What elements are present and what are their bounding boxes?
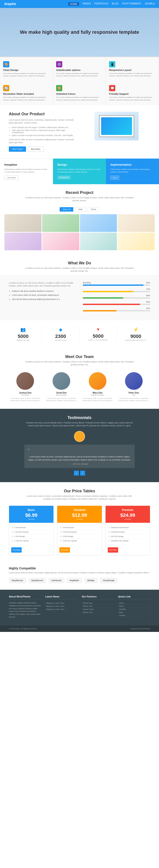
price-btn-standard[interactable]: Try Now xyxy=(59,547,70,553)
price-btn-premium[interactable]: Try Now xyxy=(108,547,118,553)
team-role-3: Graphic Designer xyxy=(81,394,114,396)
team-member-2: Scott Doe Web Designer Lorem ipsum dolor… xyxy=(45,372,78,402)
project-thumb-5[interactable] xyxy=(4,232,41,250)
footer-link-home[interactable]: Home xyxy=(118,602,150,605)
skill-2: 75% xyxy=(83,288,150,292)
price-amount-premium: $24.99 xyxy=(108,513,147,518)
nav-home[interactable]: HOME xyxy=(68,2,79,6)
project-grid xyxy=(0,214,159,255)
nav-links: HOME PAGES PORTFOLIO BLOG POST FORMATS J… xyxy=(68,2,155,6)
price-btn-basic[interactable]: Try Now xyxy=(11,547,22,553)
team-name-4: Peter Doe xyxy=(117,392,150,394)
footer-quicklinks-col: Quick Link Home About Portfolio Blog Con… xyxy=(118,595,150,620)
pricing-section: Our Price Tables Lorem ipsum dolor sit a… xyxy=(0,482,159,562)
view-project-button[interactable]: View Project xyxy=(9,147,26,152)
footer-news-item-2[interactable]: Aliquam eu nunc. Nunc xyxy=(45,605,77,608)
price-amount-standard: $12.99 xyxy=(60,513,99,518)
what-list-item-1: Dullcent velit ipsum porttitor facilisis… xyxy=(12,290,76,292)
testimonial-next-button[interactable]: › xyxy=(80,471,85,475)
try-it-button[interactable]: Try It xyxy=(110,176,119,180)
team-name-1: Joshua Doe xyxy=(9,392,42,394)
feature-3-text: Cum sociis natoque penatibus et magnis d… xyxy=(109,72,156,77)
price-name-standard: Standard xyxy=(60,508,99,512)
price-feature-prem-2: ✓Unlimited Domain xyxy=(108,530,147,534)
project-thumb-7[interactable] xyxy=(80,232,117,250)
learn-more-button[interactable]: Learn More xyxy=(4,176,18,180)
footer-partners-list: Partner One Partner Two Partner Three Pa… xyxy=(82,602,114,614)
compatible-text: Lorem ipsum dolor sit amet, consectetur … xyxy=(9,571,150,575)
price-feature-basic-1: ✓2 Disk Allowed xyxy=(12,525,51,530)
project-thumb-8[interactable] xyxy=(118,232,155,250)
hero-text-block: We make high quality and fully responsiv… xyxy=(20,29,139,35)
diamond-icon: ◆ xyxy=(42,327,79,332)
footer-partner-4[interactable]: Partner Four xyxy=(82,611,114,614)
stat-2: ◆ 2300 PRIZES WIN xyxy=(42,327,80,341)
footer-partner-2[interactable]: Partner Two xyxy=(82,605,114,608)
check-icon: ✓ xyxy=(108,531,110,533)
nav-logo[interactable]: Inspire xyxy=(4,2,16,6)
footer-link-portfolio[interactable]: Portfolio xyxy=(118,608,150,611)
check-icon: ✓ xyxy=(60,526,62,529)
project-thumb-1[interactable] xyxy=(4,214,41,232)
filter-web-button[interactable]: Web xyxy=(75,207,86,212)
testimonials-title: Testimonials xyxy=(9,415,150,420)
about-title: About Our Product xyxy=(9,112,76,116)
compat-logo-2: EasyRecruit xyxy=(29,578,46,583)
skill-4: 85% xyxy=(83,301,150,305)
nav-post-formats[interactable]: POST FORMATS xyxy=(122,2,141,6)
testimonial-box: " Lorem ipsum dolor sit amet, consectet … xyxy=(24,444,135,468)
footer-news-item-1[interactable]: Aliquam eu nunc. Nunc xyxy=(45,602,77,605)
skill-branding-fill xyxy=(83,284,144,286)
footer-bottom: © 2014 Inspire. All Rights Reserved. Des… xyxy=(0,625,159,632)
design-col: Design Pellentesque habitant morbi trist… xyxy=(53,159,106,184)
skill-5-pct: 50% xyxy=(146,307,150,309)
nav-joomla[interactable]: JOOMLA xyxy=(145,2,155,6)
about-list-item: Etiam ultricies nisi vel augue. Curabitu… xyxy=(12,126,76,128)
footer-link-contact[interactable]: Contact xyxy=(118,614,150,617)
footer-partner-3[interactable]: Partner Three xyxy=(82,608,114,611)
footer-partner-1[interactable]: Partner One xyxy=(82,602,114,605)
what-we-do-content: Curabitur at lacus ac velit ornare lobor… xyxy=(0,275,159,320)
footer-link-about[interactable]: About xyxy=(118,605,150,608)
filter-photo-button[interactable]: Photo xyxy=(88,207,100,212)
project-thumb-4[interactable] xyxy=(118,214,155,232)
feature-2-text: Cum sociis natoque penatibus et magnis d… xyxy=(56,72,103,77)
price-feature-std-2: ✓5 Domain Allowed xyxy=(60,530,99,534)
read-more-button[interactable]: Read More xyxy=(57,176,71,179)
buy-demo-button[interactable]: Buy Demo xyxy=(28,147,44,152)
compatible-title: Highly Compatible xyxy=(9,566,150,570)
footer-copyright: © 2014 Inspire. All Rights Reserved. xyxy=(9,628,37,630)
hero-title: We make high quality and fully responsiv… xyxy=(20,29,139,35)
what-we-do-inner: Curabitur at lacus ac velit ornare lobor… xyxy=(9,282,150,314)
project-thumb-6[interactable] xyxy=(42,232,79,250)
filter-all-button[interactable]: Show All xyxy=(60,207,73,212)
footer-quicklinks-list: Home About Portfolio Blog Contact xyxy=(118,602,150,617)
footer-news-item-3[interactable]: Aliquam eu nunc. Nunc xyxy=(45,608,77,611)
skill-3-pct: 60% xyxy=(146,294,150,297)
monitor-screen xyxy=(99,115,134,137)
nav-blog[interactable]: BLOG xyxy=(112,2,119,6)
feature-support: 💬 Friendly Support Cum sociis natoque pe… xyxy=(106,81,159,105)
compat-logo-6: VisualGraph xyxy=(100,578,118,583)
navbar: Inspire HOME PAGES PORTFOLIO BLOG POST F… xyxy=(0,0,159,8)
price-features-standard: ✓5 Disk Allowed ✓5 Domain Allowed ✓5 GB … xyxy=(57,523,102,546)
testimonial-prev-button[interactable]: ‹ xyxy=(74,471,79,475)
price-period-standard: /monthly xyxy=(60,518,99,520)
compat-logos: EasyRecrue EasyRecruit JoinSocial PayBut… xyxy=(9,578,150,583)
check-icon: ✓ xyxy=(12,526,13,529)
project-thumb-3[interactable] xyxy=(80,214,117,232)
footer-quicklinks-title: Quick Link xyxy=(118,595,150,599)
feature-3-title: Responsive Layout xyxy=(109,69,156,71)
team-desc-2: Lorem ipsum dolor sit amet, consectetur … xyxy=(45,397,78,402)
project-thumb-2[interactable] xyxy=(42,214,79,232)
quote-mark: " xyxy=(27,448,132,454)
nav-portfolio[interactable]: PORTFOLIO xyxy=(94,2,108,6)
check-icon: ✓ xyxy=(60,535,62,537)
stat-2-label: PRIZES WIN xyxy=(42,339,79,341)
feature-clean-design: 🎨 Clean Design Cum sociis natoque penati… xyxy=(0,57,53,81)
footer-link-blog[interactable]: Blog xyxy=(118,611,150,614)
skill-5-fill xyxy=(83,310,117,311)
nav-pages[interactable]: PAGES xyxy=(83,2,91,6)
pricing-title-block: Our Price Tables Lorem ipsum dolor sit a… xyxy=(9,489,150,502)
inception-col: Inseption Pellentesque habitant morbi tr… xyxy=(0,159,53,184)
